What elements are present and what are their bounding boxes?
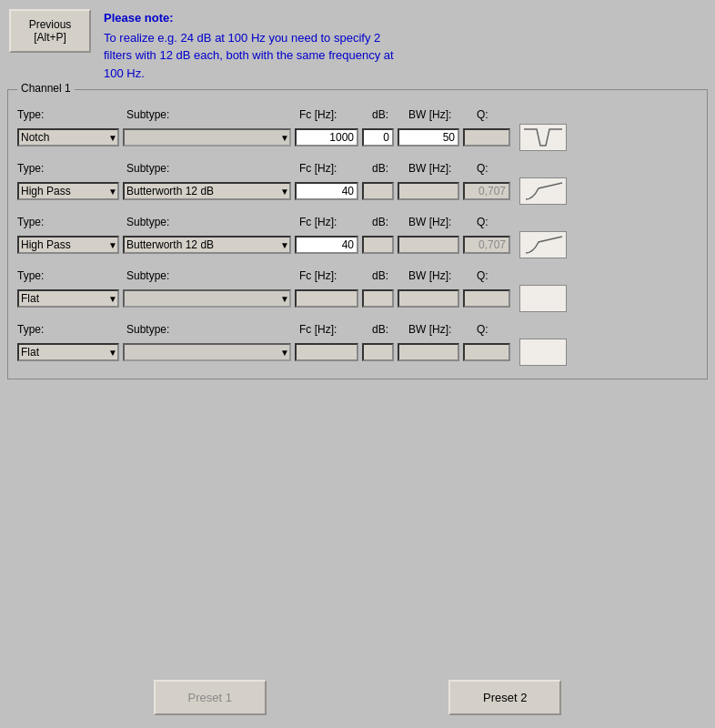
preset2-button[interactable]: Preset 2	[448, 680, 561, 715]
subtype-label-3: Subtype:	[126, 269, 299, 282]
subtype-label-4: Subtype:	[126, 323, 299, 336]
type-label-2: Type:	[17, 216, 126, 228]
filter-row-1: Type: Subtype: Fc [Hz]: dB: BW [Hz]: Q: …	[17, 162, 698, 205]
bw-input-4[interactable]	[398, 343, 459, 361]
bw-input-1[interactable]	[398, 182, 459, 200]
bw-input-3[interactable]	[398, 289, 459, 308]
fc-input-4[interactable]	[295, 343, 358, 361]
subtype-label-2: Subtype:	[126, 216, 299, 228]
fc-label-2: Fc [Hz]:	[299, 216, 372, 228]
db-label-4: dB:	[372, 323, 408, 336]
fc-input-2[interactable]	[295, 236, 358, 254]
db-label-3: dB:	[372, 269, 408, 282]
type-label-3: Type:	[17, 269, 126, 282]
subtype-label-1: Subtype:	[126, 162, 299, 175]
fc-input-3[interactable]	[295, 289, 358, 308]
filter-icon-4	[519, 339, 567, 366]
filter-row-3: Type: Subtype: Fc [Hz]: dB: BW [Hz]: Q: …	[17, 269, 698, 312]
type-label-0: Type:	[17, 108, 126, 121]
filter-row-4: Type: Subtype: Fc [Hz]: dB: BW [Hz]: Q: …	[17, 323, 698, 366]
db-label-1: dB:	[372, 162, 408, 175]
bw-label-2: BW [Hz]:	[408, 216, 477, 228]
db-label-0: dB:	[372, 108, 408, 121]
subtype-select-0[interactable]: Butterworth 12 dBButterworth 24 dBLinkwi…	[123, 128, 291, 147]
subtype-select-3[interactable]: Butterworth 12 dBButterworth 24 dBLinkwi…	[123, 289, 291, 308]
q-input-1[interactable]	[463, 182, 510, 200]
type-select-0[interactable]: NotchHigh PassLow PassBand PassFlatPeak/…	[17, 128, 119, 147]
preset1-button[interactable]: Preset 1	[154, 680, 267, 715]
type-select-1[interactable]: NotchHigh PassLow PassBand PassFlatPeak/…	[17, 182, 119, 200]
q-input-3[interactable]	[463, 289, 510, 308]
channel-label: Channel 1	[17, 82, 75, 95]
note-title: Please note: To realize e.g. 24 dB at 10…	[104, 9, 394, 82]
bw-input-2[interactable]	[398, 236, 459, 254]
bw-label-0: BW [Hz]:	[408, 108, 477, 121]
note-container: Please note: To realize e.g. 24 dB at 10…	[104, 9, 394, 82]
q-input-2[interactable]	[463, 236, 510, 254]
subtype-select-1[interactable]: Butterworth 12 dBButterworth 24 dBLinkwi…	[123, 182, 291, 200]
type-select-2[interactable]: NotchHigh PassLow PassBand PassFlatPeak/…	[17, 236, 119, 254]
fc-input-0[interactable]	[295, 128, 358, 147]
q-label-4: Q:	[477, 323, 527, 336]
fc-label-1: Fc [Hz]:	[299, 162, 372, 175]
subtype-label-0: Subtype:	[126, 108, 299, 121]
filter-icon-1	[519, 177, 567, 205]
bw-label-1: BW [Hz]:	[408, 162, 477, 175]
top-bar: Previous [Alt+P] Please note: To realize…	[0, 0, 715, 89]
q-label-2: Q:	[477, 216, 527, 228]
bw-label-3: BW [Hz]:	[408, 269, 477, 282]
q-input-0[interactable]	[463, 128, 510, 147]
bw-input-0[interactable]	[398, 128, 459, 147]
filter-row-2: Type: Subtype: Fc [Hz]: dB: BW [Hz]: Q: …	[17, 216, 698, 258]
fc-label-4: Fc [Hz]:	[299, 323, 372, 336]
db-label-2: dB:	[372, 216, 408, 228]
db-input-3[interactable]	[362, 289, 394, 308]
channel-group: Channel 1 Type: Subtype: Fc [Hz]: dB: BW…	[7, 89, 708, 379]
filters-container: Type: Subtype: Fc [Hz]: dB: BW [Hz]: Q: …	[17, 108, 698, 366]
q-label-3: Q:	[477, 269, 527, 282]
type-label-4: Type:	[17, 323, 126, 336]
type-select-4[interactable]: NotchHigh PassLow PassBand PassFlatPeak/…	[17, 343, 119, 361]
filter-icon-0	[519, 124, 567, 151]
type-label-1: Type:	[17, 162, 126, 175]
fc-label-0: Fc [Hz]:	[299, 108, 372, 121]
subtype-select-4[interactable]: Butterworth 12 dBButterworth 24 dBLinkwi…	[123, 343, 291, 361]
db-input-1[interactable]	[362, 182, 394, 200]
filter-icon-2	[519, 231, 567, 258]
type-select-3[interactable]: NotchHigh PassLow PassBand PassFlatPeak/…	[17, 289, 119, 308]
q-label-0: Q:	[477, 108, 527, 121]
previous-button[interactable]: Previous [Alt+P]	[9, 9, 91, 53]
fc-label-3: Fc [Hz]:	[299, 269, 372, 282]
subtype-select-2[interactable]: Butterworth 12 dBButterworth 24 dBLinkwi…	[123, 236, 291, 254]
bottom-bar: Preset 1 Preset 2	[0, 667, 715, 728]
fc-input-1[interactable]	[295, 182, 358, 200]
q-label-1: Q:	[477, 162, 527, 175]
db-input-4[interactable]	[362, 343, 394, 361]
db-input-0[interactable]	[362, 128, 394, 147]
filter-icon-3	[519, 285, 567, 312]
q-input-4[interactable]	[463, 343, 510, 361]
bw-label-4: BW [Hz]:	[408, 323, 477, 336]
filter-row-0: Type: Subtype: Fc [Hz]: dB: BW [Hz]: Q: …	[17, 108, 698, 151]
db-input-2[interactable]	[362, 236, 394, 254]
